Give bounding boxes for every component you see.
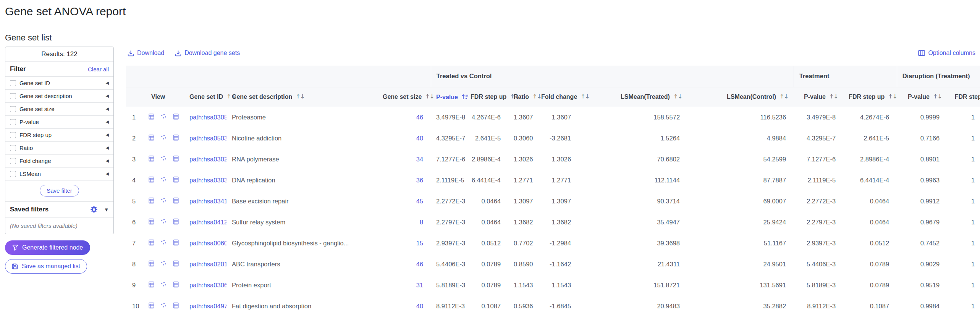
dot-plot-icon[interactable]	[160, 260, 167, 267]
checkbox[interactable]	[10, 171, 16, 177]
header-gene-set-description[interactable]: Gene set description↑↓	[226, 87, 377, 107]
collapse-arrow-icon[interactable]: ◀	[106, 172, 109, 176]
table-view-icon[interactable]	[148, 281, 155, 288]
gene-set-size-link[interactable]: 46	[416, 261, 423, 267]
sort-ascending-icon[interactable]	[461, 94, 469, 101]
dot-plot-icon[interactable]	[160, 197, 167, 204]
filter-item-gene-set-size[interactable]: Gene set size◀	[5, 102, 113, 115]
filter-item-gene-set-description[interactable]: Gene set description◀	[5, 89, 113, 102]
header-p-value-disruption[interactable]: P-value↑↓	[897, 87, 947, 107]
table-view-icon[interactable]	[148, 260, 155, 267]
sort-icon[interactable]: ↑↓	[933, 93, 942, 100]
sort-icon[interactable]: ↑↓	[226, 93, 235, 100]
checkbox[interactable]	[10, 132, 16, 138]
gene-set-id-link[interactable]: path:hsa05033	[189, 135, 226, 142]
download-gene-sets-link[interactable]: Download gene sets	[175, 50, 240, 56]
dot-plot-icon[interactable]	[160, 155, 167, 162]
download-link[interactable]: Download	[128, 50, 164, 56]
optional-columns-link[interactable]: Optional columns	[918, 50, 975, 56]
dot-plot-icon[interactable]	[160, 239, 167, 246]
header-fdr-step-up-treated-vs-control[interactable]: FDR step up↑↓	[465, 87, 508, 107]
filter-item-fdr-step-up[interactable]: FDR step up◀	[5, 128, 113, 141]
header-fdr-step-up-disruption[interactable]: FDR step up↑↓	[947, 87, 980, 107]
gene-set-id-link[interactable]: path:hsa03020	[189, 156, 226, 163]
collapse-arrow-icon[interactable]: ◀	[106, 120, 109, 124]
gene-list-icon[interactable]	[173, 239, 179, 246]
gene-list-icon[interactable]	[173, 155, 179, 162]
gene-set-id-link[interactable]: path:hsa03410	[189, 198, 226, 205]
collapse-arrow-icon[interactable]: ◀	[106, 107, 109, 111]
gene-set-id-link[interactable]: path:hsa03030	[189, 177, 226, 184]
gene-set-size-link[interactable]: 40	[416, 135, 423, 142]
checkbox[interactable]	[10, 145, 16, 151]
sort-icon[interactable]: ↑↓	[779, 93, 788, 100]
table-view-icon[interactable]	[148, 155, 155, 162]
sort-icon[interactable]: ↑↓	[888, 93, 897, 100]
dot-plot-icon[interactable]	[160, 113, 167, 120]
header-gene-set-id[interactable]: Gene set ID↑↓	[184, 87, 226, 107]
filter-item-p-value[interactable]: P-value◀	[5, 115, 113, 128]
collapse-arrow-icon[interactable]: ◀	[106, 133, 109, 137]
gene-list-icon[interactable]	[173, 281, 179, 288]
gene-set-size-link[interactable]: 34	[416, 156, 423, 163]
gene-set-size-link[interactable]: 45	[416, 198, 423, 205]
table-view-icon[interactable]	[148, 302, 155, 309]
filter-item-ratio[interactable]: Ratio◀	[5, 141, 113, 154]
gene-list-icon[interactable]	[173, 176, 179, 183]
gene-set-id-link[interactable]: path:hsa04122	[189, 219, 226, 226]
header-p-value-treated-vs-control[interactable]: P-value	[431, 87, 465, 107]
checkbox[interactable]	[10, 80, 16, 86]
header-lsmean-control[interactable]: LSMean(Control)↑↓	[687, 87, 794, 107]
sort-icon[interactable]: ↑↓	[296, 93, 304, 100]
header-gene-set-size[interactable]: Gene set size↑↓	[377, 87, 431, 107]
gene-set-size-link[interactable]: 31	[416, 282, 423, 288]
filter-item-gene-set-id[interactable]: Gene set ID◀	[5, 76, 113, 89]
sort-icon[interactable]: ↑↓	[673, 93, 682, 100]
gene-set-size-link[interactable]: 15	[416, 240, 423, 247]
save-filter-button[interactable]: Save filter	[40, 185, 79, 197]
gene-list-icon[interactable]	[173, 113, 179, 120]
gene-set-size-link[interactable]: 8	[420, 219, 423, 226]
collapse-arrow-icon[interactable]: ◀	[106, 146, 109, 150]
header-lsmean-treated[interactable]: LSMean(Treated)↑↓	[579, 87, 687, 107]
gene-list-icon[interactable]	[173, 260, 179, 267]
clear-all-link[interactable]: Clear all	[88, 66, 109, 73]
sort-icon[interactable]: ↑↓	[581, 93, 589, 100]
chevron-down-icon[interactable]: ▼	[104, 207, 109, 213]
filter-item-lsmean[interactable]: LSMean◀	[5, 167, 113, 180]
gene-set-id-link[interactable]: path:hsa00604	[189, 240, 226, 247]
header-fold-change[interactable]: Fold change↑↓	[536, 87, 579, 107]
table-view-icon[interactable]	[148, 218, 155, 225]
gene-set-id-link[interactable]: path:hsa04975	[189, 303, 226, 309]
gene-list-icon[interactable]	[173, 302, 179, 309]
collapse-arrow-icon[interactable]: ◀	[106, 94, 109, 98]
dot-plot-icon[interactable]	[160, 134, 167, 141]
gene-set-id-link[interactable]: path:hsa02010	[189, 261, 226, 267]
gene-set-id-link[interactable]: path:hsa03060	[189, 282, 226, 288]
save-as-managed-list-button[interactable]: Save as managed list	[5, 259, 87, 274]
sort-icon[interactable]: ↑↓	[510, 93, 519, 100]
collapse-arrow-icon[interactable]: ◀	[106, 81, 109, 85]
gene-set-id-link[interactable]: path:hsa03050	[189, 114, 226, 121]
gear-icon[interactable]	[90, 206, 98, 213]
gene-set-size-link[interactable]: 46	[416, 114, 423, 121]
gene-list-icon[interactable]	[173, 218, 179, 225]
dot-plot-icon[interactable]	[160, 302, 167, 309]
checkbox[interactable]	[10, 106, 16, 112]
dot-plot-icon[interactable]	[160, 176, 167, 183]
gene-set-size-link[interactable]: 40	[416, 303, 423, 309]
checkbox[interactable]	[10, 158, 16, 164]
sort-icon[interactable]: ↑↓	[532, 93, 541, 100]
gene-list-icon[interactable]	[173, 134, 179, 141]
filter-item-fold-change[interactable]: Fold change◀	[5, 154, 113, 167]
collapse-arrow-icon[interactable]: ◀	[106, 159, 109, 163]
table-view-icon[interactable]	[148, 134, 155, 141]
header-fdr-step-up-treatment[interactable]: FDR step up↑↓	[843, 87, 897, 107]
table-view-icon[interactable]	[148, 239, 155, 246]
checkbox[interactable]	[10, 93, 16, 99]
generate-filtered-node-button[interactable]: Generate filtered node	[5, 240, 90, 255]
sort-icon[interactable]: ↑↓	[829, 93, 838, 100]
header-p-value-treatment[interactable]: P-value↑↓	[794, 87, 843, 107]
dot-plot-icon[interactable]	[160, 218, 167, 225]
table-view-icon[interactable]	[148, 113, 155, 120]
